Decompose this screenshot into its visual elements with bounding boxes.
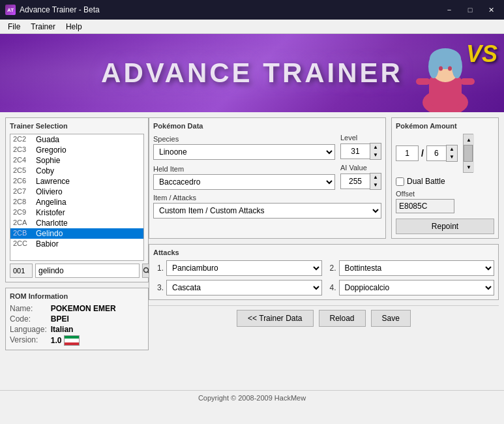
maximize-button[interactable]: □ <box>462 4 478 16</box>
attack-select[interactable]: Doppiocalcio <box>339 280 495 295</box>
window-controls: − □ ✕ <box>441 4 499 16</box>
flag-red-stripe <box>65 342 79 345</box>
menu-file[interactable]: File <box>3 21 25 33</box>
attack-select[interactable]: Cascata <box>166 280 322 295</box>
item-attacks-row: Item / Attacks Custom Item / Custom Atta… <box>153 194 381 219</box>
banner-title: Advance Trainer <box>101 57 403 89</box>
trainer-list[interactable]: 2C2Guada2C3Gregorio2C4Sophie2C5Coby2C6La… <box>10 134 143 260</box>
trainer-list-item[interactable]: 2C2Guada <box>10 134 143 145</box>
total-amount-input[interactable] <box>426 145 446 161</box>
svg-point-10 <box>144 268 149 273</box>
svg-rect-9 <box>460 78 475 85</box>
search-id-input[interactable] <box>10 264 33 278</box>
rom-info-grid: Name: POKEMON EMER Code: BPEI Language: … <box>10 304 144 346</box>
menu-help[interactable]: Help <box>61 21 87 33</box>
scroll-down-arrow[interactable]: ▼ <box>464 162 474 172</box>
attack-number: 1. <box>153 264 164 273</box>
trainer-list-item[interactable]: 2C9Kristofer <box>10 207 143 218</box>
attacks-grid: 1. Panciamburo 2. Bottintesta 3. Cascata… <box>153 260 494 295</box>
left-panel: Trainer Selection 2C2Guada2C3Gregorio2C4… <box>5 117 149 385</box>
ai-up-btn[interactable]: ▲ <box>370 174 381 181</box>
ai-down-btn[interactable]: ▼ <box>370 181 381 189</box>
rom-name-value: POKEMON EMER <box>51 304 144 313</box>
menu-bar: File Trainer Help <box>0 20 504 34</box>
trainer-list-item[interactable]: 2CBGelindo <box>10 228 143 239</box>
svg-point-7 <box>448 67 452 71</box>
rom-version-value: 1.0 <box>51 336 62 345</box>
trainer-id: 2C3 <box>13 145 36 155</box>
title-bar: AT Advance Trainer - Beta − □ ✕ <box>0 0 504 20</box>
offset-input[interactable]: E8085C <box>396 199 454 213</box>
trainer-list-item[interactable]: 2CCBabior <box>10 239 143 249</box>
rom-info-section: ROM Information Name: POKEMON EMER Code:… <box>5 288 149 350</box>
total-amount-up-btn[interactable]: ▲ <box>447 145 457 153</box>
trainer-list-item[interactable]: 2C5Coby <box>10 166 143 176</box>
attacks-section: Attacks 1. Panciamburo 2. Bottintesta 3.… <box>149 244 499 300</box>
scroll-thumb <box>464 145 473 162</box>
held-item-select[interactable]: Baccacedro <box>153 174 335 190</box>
dual-battle-checkbox[interactable] <box>396 177 404 186</box>
trainer-id: 2C8 <box>13 198 36 207</box>
trainer-id: 2C4 <box>13 156 36 165</box>
attack-number: 2. <box>326 264 336 273</box>
main-content: Trainer Selection 2C2Guada2C3Gregorio2C4… <box>0 112 504 390</box>
attack-number: 3. <box>153 283 164 292</box>
ai-value-label: AI Value <box>340 164 381 172</box>
held-item-label: Held Item <box>153 165 335 173</box>
banner-vs-label: VS <box>466 40 497 68</box>
scroll-up-arrow[interactable]: ▲ <box>464 134 474 145</box>
level-down-btn[interactable]: ▼ <box>370 151 381 159</box>
reload-button[interactable]: Reload <box>319 310 366 327</box>
svg-point-6 <box>439 67 443 71</box>
rom-name-label: Name: <box>10 304 47 313</box>
repoint-button[interactable]: Repoint <box>396 219 494 234</box>
attack-row: 2. Bottintesta <box>326 260 495 276</box>
trainer-name: Kristofer <box>36 208 141 217</box>
ai-value-field: AI Value ▲ ▼ <box>340 164 381 190</box>
trainer-name: Guada <box>36 135 141 144</box>
total-amount-spinner-btns: ▲ ▼ <box>446 145 458 162</box>
search-input[interactable] <box>35 264 140 278</box>
attack-row: 1. Panciamburo <box>153 260 322 276</box>
amount-separator: / <box>421 148 424 159</box>
trainer-id: 2C7 <box>13 187 36 196</box>
save-button[interactable]: Save <box>371 310 411 327</box>
trainer-list-item[interactable]: 2C6Lawrence <box>10 176 143 187</box>
trainer-list-item[interactable]: 2C4Sophie <box>10 155 143 166</box>
minimize-button[interactable]: − <box>441 4 457 16</box>
ai-input[interactable] <box>340 174 370 189</box>
trainer-list-item[interactable]: 2C8Angelina <box>10 197 143 207</box>
svg-point-5 <box>452 55 462 78</box>
total-amount-down-btn[interactable]: ▼ <box>447 153 457 161</box>
level-up-btn[interactable]: ▲ <box>370 144 381 151</box>
ai-spinner: ▲ ▼ <box>340 173 381 190</box>
dual-battle-row: Dual Battle <box>396 177 494 186</box>
level-spinner-btns: ▲ ▼ <box>370 143 381 160</box>
trainer-list-item[interactable]: 2C7Oliviero <box>10 187 143 197</box>
menu-trainer[interactable]: Trainer <box>25 21 61 33</box>
close-button[interactable]: ✕ <box>483 4 499 16</box>
trainer-list-container: 2C2Guada2C3Gregorio2C4Sophie2C5Coby2C6La… <box>10 134 144 261</box>
attack-select[interactable]: Bottintesta <box>339 260 495 276</box>
trainer-id: 2C6 <box>13 177 36 186</box>
amount-scrollbar[interactable]: ▲ ▼ <box>463 134 473 173</box>
held-item-ai-row: Held Item Baccacedro AI Value ▲ ▼ <box>153 164 381 190</box>
trainer-data-button[interactable]: << Trainer Data <box>237 310 313 327</box>
item-attacks-select[interactable]: Custom Item / Custom Attacks <box>153 203 381 219</box>
item-attacks-field: Item / Attacks Custom Item / Custom Atta… <box>153 194 381 219</box>
trainer-id: 2C5 <box>13 166 36 175</box>
trainer-id: 2C9 <box>13 208 36 217</box>
pokemon-amount-title: Pokémon Amount <box>396 122 494 130</box>
svg-rect-8 <box>416 78 430 85</box>
level-input[interactable] <box>340 144 370 159</box>
rom-code-label: Code: <box>10 314 47 324</box>
trainer-list-item[interactable]: 2C3Gregorio <box>10 145 143 155</box>
trainer-list-item[interactable]: 2CACharlotte <box>10 218 143 228</box>
rom-version-row: 1.0 <box>51 335 144 346</box>
trainer-name: Sophie <box>36 156 141 165</box>
species-select[interactable]: Linoone <box>153 144 335 160</box>
pokemon-fields-section: Pokémon Data Species Linoone Level <box>149 117 386 239</box>
pokemon-data-title: Pokémon Data <box>153 122 381 130</box>
trainer-name: Babior <box>36 239 141 249</box>
attack-select[interactable]: Panciamburo <box>166 260 322 276</box>
